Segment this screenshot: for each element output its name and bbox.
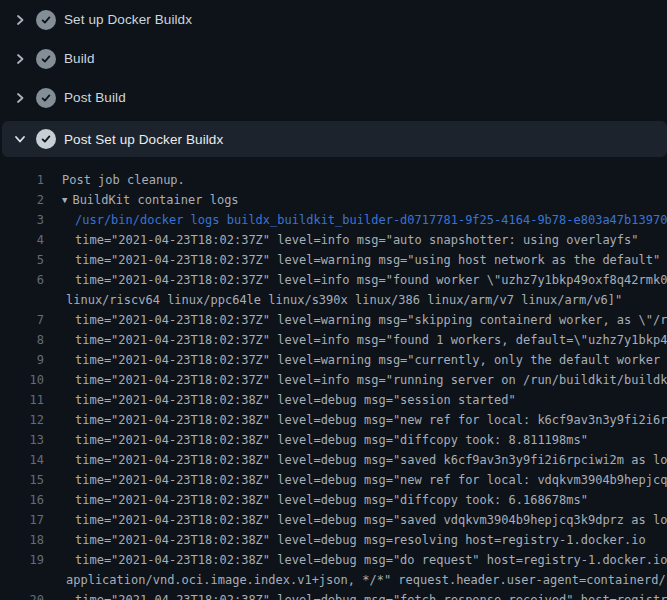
- log-text: time="2021-04-23T18:02:37Z" level=info m…: [44, 370, 667, 390]
- log-text: /usr/bin/docker logs buildx_buildkit_bui…: [44, 210, 667, 230]
- step-row-post-set-up-docker-buildx[interactable]: Post Set up Docker Buildx: [2, 121, 667, 157]
- chevron-right-icon[interactable]: [12, 51, 28, 67]
- workflow-steps-panel: Set up Docker Buildx Build Post Build Po…: [0, 0, 667, 157]
- line-number[interactable]: 14: [0, 450, 44, 470]
- line-number[interactable]: 5: [0, 250, 44, 270]
- log-text: time="2021-04-23T18:02:37Z" level=info m…: [44, 230, 639, 250]
- log-text: time="2021-04-23T18:02:38Z" level=debug …: [44, 590, 667, 600]
- success-check-icon: [36, 129, 56, 149]
- log-text: time="2021-04-23T18:02:38Z" level=debug …: [44, 470, 667, 490]
- log-line: 12time="2021-04-23T18:02:38Z" level=debu…: [0, 410, 667, 430]
- chevron-right-icon[interactable]: [12, 90, 28, 106]
- log-line: 19time="2021-04-23T18:02:38Z" level=debu…: [0, 550, 667, 570]
- log-line: 10time="2021-04-23T18:02:37Z" level=info…: [0, 370, 667, 390]
- log-line: 11time="2021-04-23T18:02:38Z" level=debu…: [0, 390, 667, 410]
- log-line: 7time="2021-04-23T18:02:37Z" level=warni…: [0, 310, 667, 330]
- line-number[interactable]: 8: [0, 330, 44, 350]
- line-number[interactable]: 4: [0, 230, 44, 250]
- log-line: 8time="2021-04-23T18:02:37Z" level=info …: [0, 330, 667, 350]
- log-text: linux/riscv64 linux/ppc64le linux/s390x …: [44, 290, 622, 310]
- log-line: 15time="2021-04-23T18:02:38Z" level=debu…: [0, 470, 667, 490]
- step-row-post-build[interactable]: Post Build: [0, 78, 667, 117]
- log-line: 16time="2021-04-23T18:02:38Z" level=debu…: [0, 490, 667, 510]
- log-line: 17time="2021-04-23T18:02:38Z" level=debu…: [0, 510, 667, 530]
- line-number[interactable]: 6: [0, 270, 44, 290]
- line-number[interactable]: 18: [0, 530, 44, 550]
- line-number[interactable]: 15: [0, 470, 44, 490]
- log-line: 14time="2021-04-23T18:02:38Z" level=debu…: [0, 450, 667, 470]
- line-number[interactable]: 19: [0, 550, 44, 570]
- line-number[interactable]: 7: [0, 310, 44, 330]
- step-label: Post Build: [64, 90, 126, 105]
- log-lines: 1Post job cleanup.2▼BuildKit container l…: [0, 170, 667, 600]
- line-number: [0, 290, 44, 310]
- line-number[interactable]: 1: [0, 170, 44, 190]
- line-number[interactable]: 3: [0, 210, 44, 230]
- log-text: time="2021-04-23T18:02:38Z" level=debug …: [44, 550, 667, 570]
- success-check-icon: [36, 10, 56, 30]
- log-text: time="2021-04-23T18:02:37Z" level=info m…: [44, 270, 667, 290]
- log-text: Post job cleanup.: [44, 170, 185, 190]
- log-line: 13time="2021-04-23T18:02:38Z" level=debu…: [0, 430, 667, 450]
- log-viewer: 1Post job cleanup.2▼BuildKit container l…: [0, 157, 667, 600]
- log-text: time="2021-04-23T18:02:38Z" level=debug …: [44, 490, 588, 510]
- line-number[interactable]: 12: [0, 410, 44, 430]
- line-number[interactable]: 17: [0, 510, 44, 530]
- line-number[interactable]: 9: [0, 350, 44, 370]
- step-row-set-up-docker-buildx[interactable]: Set up Docker Buildx: [0, 0, 667, 39]
- log-line: application/vnd.oci.image.index.v1+json,…: [0, 570, 667, 590]
- log-line: 1Post job cleanup.: [0, 170, 667, 190]
- line-number[interactable]: 2: [0, 190, 44, 210]
- log-text: ▼BuildKit container logs: [44, 190, 239, 210]
- log-line: 3/usr/bin/docker logs buildx_buildkit_bu…: [0, 210, 667, 230]
- line-number: [0, 570, 44, 590]
- log-text: time="2021-04-23T18:02:38Z" level=debug …: [44, 390, 516, 410]
- success-check-icon: [36, 49, 56, 69]
- log-text: time="2021-04-23T18:02:38Z" level=debug …: [44, 430, 588, 450]
- line-number[interactable]: 20: [0, 590, 44, 600]
- log-line: 20time="2021-04-23T18:02:38Z" level=debu…: [0, 590, 667, 600]
- line-number[interactable]: 11: [0, 390, 44, 410]
- step-row-build[interactable]: Build: [0, 39, 667, 78]
- chevron-down-icon[interactable]: [12, 131, 28, 147]
- log-text: time="2021-04-23T18:02:38Z" level=debug …: [44, 510, 667, 530]
- chevron-right-icon[interactable]: [12, 12, 28, 28]
- log-line: 6time="2021-04-23T18:02:37Z" level=info …: [0, 270, 667, 290]
- log-line: 4time="2021-04-23T18:02:37Z" level=info …: [0, 230, 667, 250]
- log-text: time="2021-04-23T18:02:37Z" level=warnin…: [44, 250, 660, 270]
- step-label: Set up Docker Buildx: [64, 12, 192, 27]
- log-line: 9time="2021-04-23T18:02:37Z" level=warni…: [0, 350, 667, 370]
- log-text: time="2021-04-23T18:02:37Z" level=warnin…: [44, 310, 667, 330]
- step-label: Post Set up Docker Buildx: [64, 132, 223, 147]
- log-line: linux/riscv64 linux/ppc64le linux/s390x …: [0, 290, 667, 310]
- group-collapse-caret-icon[interactable]: ▼: [62, 190, 67, 210]
- success-check-icon: [36, 88, 56, 108]
- log-group-line[interactable]: 2▼BuildKit container logs: [0, 190, 667, 210]
- log-line: 18time="2021-04-23T18:02:38Z" level=debu…: [0, 530, 667, 550]
- log-line: 5time="2021-04-23T18:02:37Z" level=warni…: [0, 250, 667, 270]
- log-text: time="2021-04-23T18:02:38Z" level=debug …: [44, 450, 667, 470]
- log-text: time="2021-04-23T18:02:37Z" level=info m…: [44, 330, 667, 350]
- line-number[interactable]: 10: [0, 370, 44, 390]
- line-number[interactable]: 13: [0, 430, 44, 450]
- log-text: time="2021-04-23T18:02:37Z" level=warnin…: [44, 350, 667, 370]
- log-text: time="2021-04-23T18:02:38Z" level=debug …: [44, 530, 646, 550]
- log-text: time="2021-04-23T18:02:38Z" level=debug …: [44, 410, 667, 430]
- step-label: Build: [64, 51, 95, 66]
- line-number[interactable]: 16: [0, 490, 44, 510]
- log-text: application/vnd.oci.image.index.v1+json,…: [44, 570, 667, 590]
